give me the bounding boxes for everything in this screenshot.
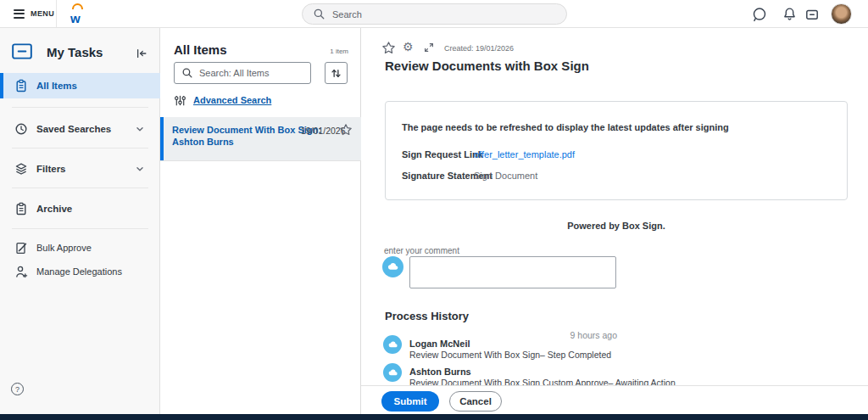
process-entry-avatar	[383, 363, 402, 382]
sort-arrows-icon	[330, 67, 342, 80]
task-title: Review Documents with Box Sign	[385, 59, 589, 73]
advanced-search-label: Advanced Search	[193, 95, 271, 105]
my-tasks-sidebar: My Tasks All Items Saved Searches	[0, 28, 160, 414]
sidebar-item-label: Bulk Approve	[36, 243, 92, 253]
selected-indicator	[0, 73, 3, 98]
sidebar-divider	[12, 107, 148, 108]
sidebar-item-label: All Items	[36, 81, 77, 91]
expand-icon[interactable]	[423, 42, 435, 53]
task-item-title: Review Document With Box Sign:	[172, 125, 321, 135]
item-count: 1 item	[330, 48, 348, 55]
current-user-avatar	[382, 256, 403, 277]
refresh-notice: The page needs to be refreshed to displa…	[402, 122, 729, 132]
workday-logo-arc-icon	[72, 3, 83, 9]
process-entry-detail: Review Document With Box Sign– Step Comp…	[409, 350, 611, 360]
gear-icon[interactable]: ⚙	[403, 41, 414, 53]
my-tasks-tray-icon	[11, 42, 33, 61]
chat-button[interactable]	[752, 7, 767, 22]
window-bottom-edge	[0, 414, 868, 420]
sidebar-item-label: Filters	[36, 164, 66, 174]
sidebar-item-label: Archive	[36, 204, 72, 214]
chevron-down-icon	[134, 123, 146, 135]
favorite-star-icon[interactable]	[381, 41, 396, 55]
process-history-title: Process History	[385, 310, 469, 322]
cloud-icon	[387, 367, 398, 378]
sidebar-item-label: Saved Searches	[36, 124, 111, 134]
sidebar-item-saved-searches[interactable]: Saved Searches	[0, 116, 160, 142]
person-plus-icon	[14, 265, 28, 278]
user-avatar[interactable]	[831, 3, 852, 25]
notifications-button[interactable]	[782, 7, 798, 22]
bell-icon	[782, 7, 797, 21]
favorite-star-icon[interactable]	[339, 123, 353, 137]
list-search-input[interactable]	[199, 68, 292, 78]
workday-logo-letter: w	[70, 11, 81, 25]
sliders-icon	[174, 94, 186, 107]
sidebar-title: My Tasks	[47, 45, 103, 59]
inbox-button[interactable]	[804, 7, 820, 22]
hamburger-icon	[14, 9, 25, 19]
task-detail-panel: ⚙ Created: 19/01/2026 Review Documents w…	[361, 28, 868, 414]
help-button[interactable]: ?	[11, 383, 24, 395]
sort-button[interactable]	[325, 62, 348, 84]
process-entry-name: Logan McNeil	[409, 339, 470, 349]
topbar-divider	[56, 0, 57, 27]
clock-icon	[14, 122, 28, 136]
sidebar-item-all-items[interactable]: All Items	[0, 73, 160, 98]
inbox-icon	[804, 7, 820, 22]
task-item-subtitle: Ashton Burns	[172, 137, 234, 147]
sign-request-pdf-link[interactable]: offer_letter_template.pdf	[474, 149, 575, 160]
sign-request-card: The page needs to be refreshed to displa…	[385, 101, 848, 200]
cancel-button[interactable]: Cancel	[449, 391, 502, 412]
field-value: Sign Document	[474, 171, 537, 181]
sidebar-item-manage-delegations[interactable]: Manage Delegations	[0, 260, 160, 283]
selected-indicator	[160, 117, 164, 160]
field-label: Sign Request Link	[402, 149, 483, 160]
all-items-panel: All Items 1 item Advanced Search Review …	[160, 28, 361, 414]
sidebar-item-archive[interactable]: Archive	[0, 196, 160, 221]
chat-icon	[752, 7, 767, 22]
submit-button[interactable]: Submit	[381, 391, 439, 412]
list-panel-title: All Items	[174, 42, 227, 57]
sidebar-divider	[12, 148, 148, 148]
chevron-down-icon	[134, 163, 146, 175]
workday-logo[interactable]: w	[70, 3, 86, 25]
advanced-search-link[interactable]: Advanced Search	[174, 93, 271, 107]
process-entry-name: Ashton Burns	[409, 367, 471, 377]
clipboard-icon	[14, 202, 28, 216]
created-date: Created: 19/01/2026	[444, 44, 514, 53]
help-icon: ?	[15, 385, 19, 394]
global-search[interactable]	[302, 3, 567, 25]
process-history-timestamp: 9 hours ago	[488, 330, 617, 340]
comment-input[interactable]	[409, 256, 616, 288]
layers-icon	[14, 162, 28, 176]
global-search-input[interactable]	[332, 9, 544, 20]
document-pen-icon	[14, 241, 28, 255]
search-icon	[181, 67, 193, 79]
top-bar: MENU w	[0, 0, 868, 28]
sidebar-divider	[12, 188, 148, 188]
task-list-item[interactable]: Review Document With Box Sign: Ashton Bu…	[160, 117, 361, 161]
list-search-box[interactable]	[174, 62, 311, 84]
cloud-icon	[387, 260, 399, 273]
action-bar: Submit Cancel	[361, 385, 868, 414]
sidebar-item-label: Manage Delegations	[36, 266, 122, 277]
clipboard-icon	[14, 79, 28, 92]
sidebar-divider	[12, 228, 148, 229]
menu-button[interactable]: MENU	[7, 0, 61, 27]
menu-label: MENU	[31, 9, 54, 18]
cloud-icon	[387, 339, 398, 350]
collapse-sidebar-icon[interactable]	[136, 48, 147, 59]
powered-by-text: Powered by Box Sign.	[385, 221, 848, 231]
process-entry-avatar	[383, 335, 402, 354]
sidebar-item-filters[interactable]: Filters	[0, 156, 160, 182]
sidebar-item-bulk-approve[interactable]: Bulk Approve	[0, 237, 160, 259]
search-icon	[313, 8, 326, 20]
comment-label: enter your comment	[384, 246, 459, 255]
